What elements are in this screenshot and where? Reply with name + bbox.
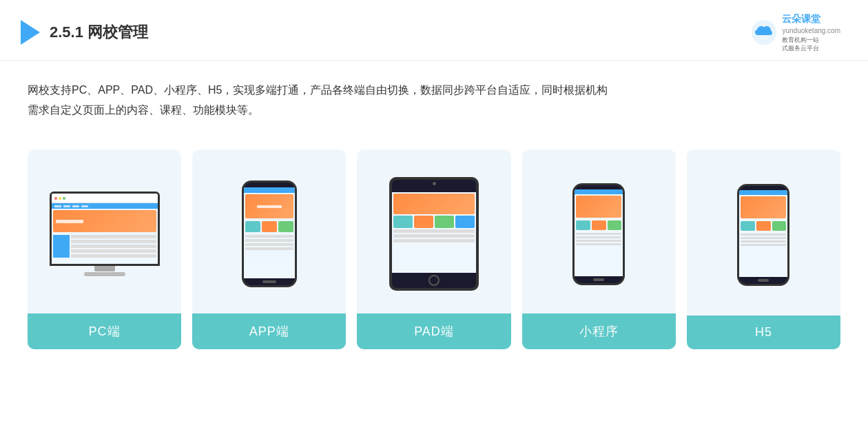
tablet-hero — [393, 194, 475, 214]
sp-row — [576, 236, 621, 238]
sp-row-h5 — [741, 237, 786, 239]
h5-image-area — [687, 149, 840, 316]
sp-grid-2 — [592, 220, 606, 230]
card-h5: H5 — [687, 149, 840, 349]
sp-screen — [575, 189, 623, 276]
card-miniapp-label: 小程序 — [522, 313, 676, 349]
phone-notch — [260, 183, 279, 187]
header-right: 云朵 云朵课堂 yunduoketang.com 教育机构一站 式服务云平台 — [752, 12, 840, 53]
phone-screen — [244, 187, 295, 278]
app-image-area — [192, 149, 346, 313]
tablet-content — [392, 192, 476, 273]
hero-text — [56, 220, 83, 223]
sp-grid-3 — [608, 220, 622, 230]
page-title: 2.5.1 网校管理 — [50, 22, 148, 43]
miniapp-phone-illustration — [572, 183, 625, 285]
sp-grid-1 — [576, 220, 590, 230]
tablet-row — [393, 239, 475, 242]
nav-item — [63, 205, 70, 207]
logo-triangle-icon — [21, 20, 40, 45]
phone-hero — [245, 194, 293, 218]
sp-row — [576, 240, 621, 242]
tablet-grid-4 — [455, 216, 475, 228]
monitor-screen — [52, 194, 158, 264]
svg-text:云朵: 云朵 — [759, 35, 769, 40]
miniapp-image-area — [522, 149, 676, 313]
tablet-grid — [393, 216, 475, 228]
tablet-row — [393, 229, 475, 233]
content-row — [71, 249, 156, 253]
tablet-row — [393, 234, 475, 238]
tablet-illustration — [389, 177, 479, 291]
grid-item-2 — [262, 221, 277, 232]
sp-row-h5 — [741, 244, 786, 246]
sp-notch-h5 — [755, 186, 772, 190]
sp-home-button — [593, 278, 604, 281]
sp-hero — [576, 196, 621, 218]
brand-logo: 云朵 云朵课堂 yunduoketang.com 教育机构一站 式服务云平台 — [752, 12, 840, 53]
monitor-base — [84, 272, 125, 276]
sp-row — [576, 233, 621, 235]
dot-green — [63, 197, 65, 200]
sp-home-h5 — [758, 279, 769, 282]
nav-item — [72, 205, 79, 207]
pad-image-area — [357, 149, 510, 313]
phone-grid — [244, 220, 295, 234]
nav-item — [54, 205, 61, 207]
sp-grid-h5-3 — [772, 221, 787, 231]
phone-content-row — [245, 247, 293, 250]
sp-grid-h5-1 — [741, 221, 755, 231]
sp-status-bar — [575, 189, 623, 194]
phone-status-bar — [244, 187, 295, 193]
card-app-label: APP端 — [192, 313, 346, 349]
content-row — [71, 254, 156, 258]
phone-content-row — [245, 235, 293, 238]
screen-header-bar — [52, 194, 158, 203]
screen-hero — [53, 210, 156, 232]
sp-row — [576, 243, 621, 245]
screen-nav — [52, 203, 158, 209]
sp-hero-h5 — [741, 196, 786, 218]
sp-grid-h5-2 — [756, 221, 771, 231]
page-container: 2.5.1 网校管理 云朵 云朵课堂 yunduoketang.com 教育机构… — [0, 0, 868, 434]
description-section: 网校支持PC、APP、PAD、小程序、H5，实现多端打通，产品各终端自由切换，数… — [0, 61, 868, 127]
monitor-stand — [94, 266, 115, 271]
tablet-grid-3 — [435, 216, 454, 228]
sp-row-h5 — [741, 234, 786, 236]
pc-monitor-illustration — [50, 192, 160, 276]
tablet-grid-2 — [414, 216, 433, 228]
grid-item-1 — [245, 221, 260, 232]
card-pad: PAD端 — [357, 149, 510, 349]
sp-grid-h5 — [739, 220, 787, 232]
sp-row-h5 — [741, 240, 786, 242]
header: 2.5.1 网校管理 云朵 云朵课堂 yunduoketang.com 教育机构… — [0, 0, 868, 61]
sp-rows-h5 — [739, 232, 787, 247]
tablet-camera — [433, 182, 436, 185]
monitor-frame — [50, 192, 160, 266]
content-row — [71, 245, 156, 248]
cards-section: PC端 — [0, 133, 868, 363]
nav-item — [81, 205, 88, 207]
tablet-grid-1 — [393, 216, 413, 228]
brand-text: 云朵课堂 yunduoketang.com 教育机构一站 式服务云平台 — [782, 12, 840, 53]
content-row — [71, 240, 156, 243]
phone-content-row — [245, 243, 293, 246]
h5-phone-illustration — [737, 184, 789, 286]
card-pc: PC端 — [28, 149, 181, 349]
dot-yellow — [59, 197, 61, 200]
card-pad-label: PAD端 — [357, 313, 510, 349]
sp-notch — [590, 185, 607, 189]
card-h5-label: H5 — [687, 316, 840, 349]
screen-sidebar — [53, 235, 70, 258]
tablet-rows — [393, 229, 475, 242]
phone-home-button — [262, 280, 276, 283]
phone-content-row — [245, 239, 293, 242]
tablet-status-bar — [392, 187, 476, 192]
cloud-icon: 云朵 — [752, 20, 776, 45]
card-pc-label: PC端 — [28, 313, 181, 349]
header-left: 2.5.1 网校管理 — [21, 20, 148, 45]
sp-status-h5 — [739, 190, 787, 195]
sp-rows — [575, 231, 623, 247]
phone-content-rows — [244, 234, 295, 251]
app-phone-illustration — [242, 180, 297, 287]
